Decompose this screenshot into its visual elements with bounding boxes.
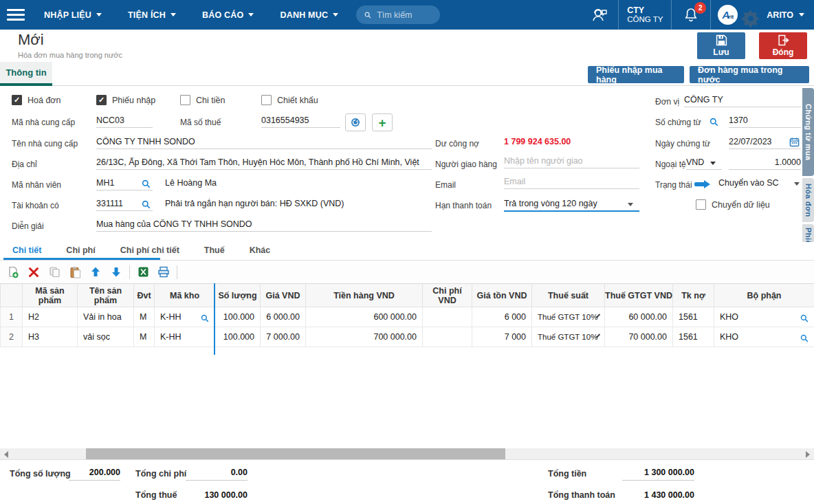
cell-debit-account[interactable]: 1561 <box>673 307 714 327</box>
phieu-nhap-mua-hang-button[interactable]: Phiếu nhập mua hàng <box>588 66 684 83</box>
global-search[interactable] <box>356 6 440 24</box>
col-cost[interactable]: Chi phí VND <box>423 284 472 307</box>
notifications-button[interactable]: 2 <box>672 0 710 30</box>
copy-row-button[interactable] <box>44 263 65 281</box>
cell-quantity[interactable]: 100.000 <box>215 307 261 327</box>
add-row-button[interactable] <box>3 263 23 281</box>
hamburger-menu-icon[interactable] <box>0 0 32 30</box>
email-input[interactable] <box>504 177 639 189</box>
address-field[interactable]: 26/13C, Ấp Đông, Xã Thới Tam Thôn, Huyện… <box>96 157 432 170</box>
cell-department[interactable]: KHO <box>714 327 814 347</box>
move-down-button[interactable] <box>106 263 126 281</box>
cell-stock-price[interactable]: 6 000 <box>472 307 532 327</box>
paste-row-button[interactable] <box>65 263 85 281</box>
cell-tax-amount[interactable]: 60 000.00 <box>605 307 673 327</box>
currency-select[interactable]: VND <box>686 157 722 170</box>
add-supplier-button[interactable]: + <box>372 113 393 131</box>
checkbox-chi-tien[interactable]: Chi tiền <box>180 95 225 105</box>
cell-product-code[interactable]: H2 <box>23 307 78 327</box>
tab-thue[interactable]: Thuế <box>192 242 237 260</box>
col-amount[interactable]: Tiền hàng VND <box>306 284 423 307</box>
col-price[interactable]: Giá VND <box>261 284 306 307</box>
menu-danh-muc[interactable]: DANH MỤC <box>280 10 338 20</box>
cell-amount[interactable]: 600 000.00 <box>306 307 423 327</box>
user-menu-label[interactable]: ARITO <box>767 10 793 20</box>
cell-tax-amount[interactable]: 70 000.00 <box>605 327 673 347</box>
calendar-icon[interactable] <box>789 137 800 147</box>
cell-unit[interactable]: M <box>134 307 155 327</box>
col-quantity[interactable]: Số lượng <box>215 284 261 307</box>
avatar[interactable]: Arit <box>718 5 738 25</box>
search-icon[interactable] <box>142 179 151 188</box>
cell-product-name[interactable]: vải sọc <box>78 327 134 347</box>
supplier-name-field[interactable]: CÔNG TY TNHH SONDO <box>96 137 432 149</box>
col-department[interactable]: Bộ phận <box>714 284 814 307</box>
print-button[interactable] <box>153 263 174 281</box>
support-headset-icon[interactable] <box>581 0 618 30</box>
cell-warehouse[interactable]: K-HH <box>155 327 215 347</box>
col-product-code[interactable]: Mã sản phẩm <box>23 284 78 307</box>
description-field[interactable]: Mua hàng của CÔNG TY TNHH SONDO <box>96 219 432 232</box>
cell-department[interactable]: KHO <box>714 307 814 327</box>
export-excel-button[interactable] <box>133 263 153 281</box>
checkbox-hoa-don[interactable]: ✓ Hoá đơn <box>12 95 61 105</box>
col-product-name[interactable]: Tên sản phẩm <box>78 284 134 307</box>
cell-tax-rate[interactable]: Thuế GTGT 10% <box>532 307 605 327</box>
horizontal-scrollbar[interactable] <box>0 448 814 459</box>
don-hang-mua-trong-nuoc-button[interactable]: Đơn hàng mua trong nước <box>690 66 809 83</box>
company-switcher[interactable]: CTY CÔNG TY <box>619 6 671 25</box>
col-unit[interactable]: Đvt <box>134 284 155 307</box>
refresh-supplier-button[interactable] <box>345 113 366 131</box>
cell-price[interactable]: 6 000.00 <box>261 307 306 327</box>
checkbox-chuyen-du-lieu[interactable]: Chuyển dữ liệu <box>696 199 770 210</box>
menu-nhap-lieu[interactable]: NHẬP LIỆU <box>44 10 102 20</box>
tax-code-field[interactable]: 0316554935 <box>261 116 340 128</box>
col-stock-price[interactable]: Giá tồn VND <box>472 284 532 307</box>
move-up-button[interactable] <box>85 263 106 281</box>
checkbox-phieu-nhap[interactable]: ✓ Phiếu nhập <box>96 95 155 105</box>
unit-field[interactable]: CÔNG TY <box>684 95 801 107</box>
status-select[interactable]: Chuyển vào SC <box>718 178 787 190</box>
cell-quantity[interactable]: 100.000 <box>215 327 261 347</box>
cell-product-code[interactable]: H3 <box>23 327 78 347</box>
checkbox-chiet-khau[interactable]: Chiết khấu <box>261 95 318 105</box>
col-debit-account[interactable]: Tk nợ <box>673 284 714 307</box>
cell-warehouse[interactable]: K-HH <box>155 307 215 327</box>
search-icon[interactable] <box>142 200 151 209</box>
col-tax-rate[interactable]: Thuế suất <box>532 284 605 307</box>
payment-term-select[interactable]: Trả trong vòng 120 ngày <box>504 199 639 212</box>
col-tax-amount[interactable]: Thuế GTGT VND <box>605 284 673 307</box>
exchange-rate-field[interactable]: 1.0000 <box>729 157 801 170</box>
chevron-down-icon[interactable] <box>799 13 804 17</box>
cell-tax-rate[interactable]: Thuế GTGT 10% <box>532 327 605 347</box>
tab-khac[interactable]: Khác <box>237 242 283 260</box>
table-row[interactable]: 1 H2 Vải in hoa M K-HH 100.000 6 000.00 … <box>1 307 814 327</box>
cell-unit[interactable]: M <box>134 327 155 347</box>
delete-row-button[interactable] <box>23 263 44 281</box>
tab-thong-tin[interactable]: Thông tin <box>0 62 52 86</box>
search-icon[interactable] <box>710 118 718 127</box>
menu-bao-cao[interactable]: BÁO CÁO <box>202 10 254 20</box>
scroll-left-arrow[interactable] <box>4 451 8 458</box>
close-button[interactable]: Đóng <box>759 32 807 59</box>
cell-cost[interactable] <box>423 327 472 347</box>
cell-stock-price[interactable]: 7 000 <box>472 327 532 347</box>
search-input[interactable] <box>377 10 432 20</box>
cell-debit-account[interactable]: 1561 <box>673 327 714 347</box>
side-tab-hoa-don[interactable]: Hóa đơn <box>802 178 814 222</box>
cell-amount[interactable]: 700 000.00 <box>306 327 423 347</box>
table-row[interactable]: 2 H3 vải sọc M K-HH 100.000 7 000.00 700… <box>1 327 814 347</box>
cell-product-name[interactable]: Vải in hoa <box>78 307 134 327</box>
save-button[interactable]: Lưu <box>697 32 745 59</box>
gear-icon[interactable] <box>740 8 761 29</box>
cell-cost[interactable] <box>423 307 472 327</box>
search-icon[interactable] <box>800 334 808 342</box>
menu-tien-ich[interactable]: TIỆN ÍCH <box>128 10 176 20</box>
supplier-code-field[interactable]: NCC03 <box>96 116 153 128</box>
deliverer-input[interactable] <box>504 156 639 168</box>
col-warehouse[interactable]: Mã kho <box>155 284 215 307</box>
search-icon[interactable] <box>800 314 808 322</box>
doc-number-field[interactable]: 1370 <box>729 116 801 128</box>
search-icon[interactable] <box>201 314 209 322</box>
side-tab-chung-tu-mua[interactable]: Chứng từ mua <box>802 88 814 176</box>
